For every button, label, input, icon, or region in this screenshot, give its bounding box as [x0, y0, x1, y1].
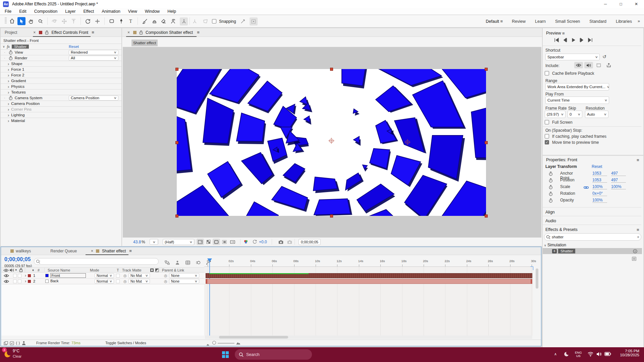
reset-shortcut-icon[interactable]: ↺ [602, 54, 606, 59]
composition-mini-flowchart-icon[interactable] [163, 258, 171, 266]
menu-effect[interactable]: Effect [82, 9, 95, 14]
zoom-dropdown-chevron[interactable]: ∨ [150, 239, 158, 245]
transparency-grid-icon[interactable] [205, 239, 212, 245]
parent-pick-whip-icon[interactable]: ◎ [164, 274, 167, 278]
tab-wallkeys[interactable]: wallkeys [16, 249, 31, 253]
zoom-level-value[interactable]: 43.8 [133, 240, 141, 244]
pixel-aspect-icon[interactable] [229, 239, 236, 245]
selection-handle[interactable] [485, 68, 488, 71]
resolution-preview-dropdown[interactable]: Auto∨ [585, 111, 608, 118]
include-audio-speaker-icon[interactable] [584, 62, 593, 68]
layer-swatch[interactable] [45, 280, 49, 283]
range-dropdown[interactable]: Work Area Extended By Current...∨ [545, 83, 609, 90]
chevron-right-icon[interactable]: › [8, 90, 9, 95]
parent-link-dropdown[interactable]: None∨ [169, 273, 199, 278]
include-overlays-icon[interactable] [594, 62, 603, 68]
mask-visibility-icon[interactable] [213, 239, 220, 245]
property-dropdown-render[interactable]: All∨ [69, 56, 118, 61]
stopwatch-icon[interactable] [549, 198, 553, 204]
composition-image-shatter[interactable] [177, 69, 486, 216]
unlock-icon[interactable] [45, 30, 49, 35]
workspace-small-screen[interactable]: Small Screen [555, 19, 580, 24]
motion-blur-icon[interactable] [194, 258, 202, 266]
hand-tool-icon[interactable] [27, 17, 35, 25]
clone-stamp-tool-icon[interactable] [150, 17, 158, 25]
layer-label-color[interactable] [28, 274, 31, 277]
align-mask-icon[interactable] [201, 17, 209, 25]
parent-pick-whip-icon[interactable]: ◎ [164, 279, 167, 284]
battery-icon[interactable] [604, 352, 611, 356]
lock-cell[interactable] [18, 274, 21, 278]
vertical-scrollbar[interactable] [536, 268, 538, 289]
property-dropdown-camera-system[interactable]: Camera Position∨ [69, 96, 118, 101]
snapping-checkbox[interactable] [212, 19, 216, 23]
lock-cell[interactable] [18, 280, 21, 283]
layer-swatch[interactable] [45, 274, 49, 277]
transform-value-x[interactable]: 100% [592, 184, 607, 189]
layer-row-front[interactable]: › 1 Front Normal∨ ◎ No Mat∨ ◎ None∨ [2, 273, 205, 279]
workspace-standard[interactable]: Standard [589, 19, 606, 24]
taskbar-search[interactable]: Search [235, 349, 312, 360]
snap-options-icon[interactable] [239, 17, 247, 25]
tab-project[interactable]: Project [5, 30, 17, 35]
workspace-overflow-button[interactable]: » [638, 19, 640, 23]
property-dropdown-view[interactable]: Rendered∨ [69, 50, 118, 55]
solo-cell[interactable] [13, 274, 17, 278]
tab-close-icon[interactable]: × [91, 249, 93, 253]
menu-animation[interactable]: Animation [100, 9, 122, 14]
menu-view[interactable]: View [127, 9, 139, 14]
tray-expand-icon[interactable]: ∧ [554, 352, 557, 356]
include-video-eye-icon[interactable] [574, 62, 583, 68]
blend-mode-dropdown[interactable]: Normal∨ [95, 279, 114, 284]
expand-layers-icon[interactable] [3, 341, 8, 346]
effects-list-icon[interactable] [632, 257, 636, 261]
solo-cell[interactable] [13, 280, 17, 283]
stopwatch-icon[interactable] [549, 178, 553, 184]
effect-header-shatter[interactable]: ∨ fx Shatter Reset [1, 44, 121, 49]
selection-handle[interactable] [485, 141, 488, 144]
timeline-search-input[interactable] [34, 258, 159, 265]
info-icon[interactable] [633, 249, 637, 253]
windows-start-button[interactable] [221, 351, 229, 360]
zoom-tool-icon[interactable] [36, 17, 44, 25]
audio-section[interactable]: Audio [545, 219, 556, 223]
region-of-interest-icon[interactable] [221, 239, 228, 245]
marker-icon[interactable] [21, 341, 26, 346]
video-column-icon[interactable] [3, 268, 9, 272]
color-channels-icon[interactable] [242, 239, 250, 245]
volume-icon[interactable] [596, 352, 602, 357]
audio-column-icon[interactable] [9, 268, 14, 272]
first-frame-button[interactable] [554, 38, 559, 44]
align-anchor-icon[interactable] [180, 17, 188, 25]
menu-window[interactable]: Window [144, 9, 161, 14]
tab-composition[interactable]: Composition Shatter effect [146, 30, 193, 35]
minimize-button[interactable]: ─ [598, 0, 613, 8]
play-button[interactable] [571, 38, 576, 44]
link-icon[interactable] [584, 185, 589, 190]
dolly-camera-tool-icon[interactable] [69, 17, 77, 25]
playhead-marker[interactable] [207, 258, 212, 262]
flip-icon[interactable] [155, 268, 159, 272]
chevron-right-icon[interactable]: › [8, 73, 9, 78]
home-tool-icon[interactable] [8, 17, 16, 25]
track-matte-dropdown[interactable]: No Mat∨ [128, 279, 150, 284]
properties-menu-icon[interactable]: ≡ [637, 158, 639, 163]
menu-help[interactable]: Help [166, 9, 177, 14]
transform-value-y[interactable]: 497 [611, 171, 626, 176]
weather-widget[interactable]: 4 [3, 349, 11, 360]
column-track-matte[interactable]: Track Matte [122, 268, 142, 272]
pick-whip-icon[interactable]: ◎ [123, 279, 127, 284]
viewer-tab-shatter-effect[interactable]: Shatter effect [131, 40, 158, 46]
render-time-icon[interactable] [9, 341, 14, 346]
pan-camera-tool-icon[interactable] [60, 17, 68, 25]
layer-visibility-eye-icon[interactable] [4, 274, 9, 278]
layer-row-back[interactable]: › 2 Back Normal∨ ◎ No Mat∨ ◎ None∨ [2, 279, 205, 284]
play-from-dropdown[interactable]: Current Time∨ [545, 97, 609, 104]
snap-features-icon[interactable] [250, 17, 258, 25]
clear-search-icon[interactable]: × [637, 235, 639, 239]
pick-whip-icon[interactable]: ◎ [123, 274, 127, 278]
panel-menu-icon[interactable]: ≡ [129, 248, 131, 253]
transform-reset-button[interactable]: Reset [592, 164, 602, 169]
chevron-right-icon[interactable]: › [8, 61, 9, 66]
resolution-dropdown[interactable]: (Half)∨ [163, 239, 194, 245]
